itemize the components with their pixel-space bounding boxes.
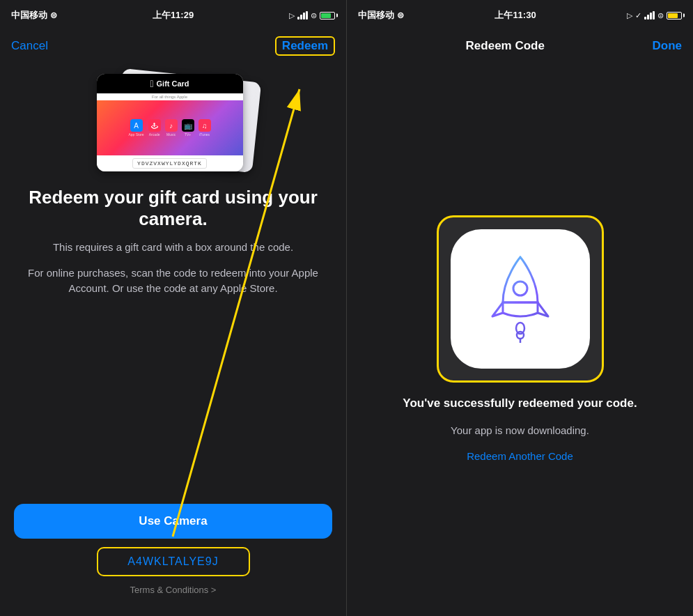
redeem-another-link[interactable]: Redeem Another Code bbox=[467, 450, 573, 462]
right-battery-icon bbox=[667, 12, 682, 20]
signal-bars-icon bbox=[297, 11, 308, 20]
main-content-left: Redeem your gift card using your camera.… bbox=[0, 180, 346, 504]
desc2: For online purchases, scan the code to r… bbox=[21, 265, 325, 297]
code-input-box[interactable]: A4WKLTALYE9J bbox=[97, 547, 250, 576]
right-signal-bars-icon bbox=[644, 11, 655, 20]
itunes-icon-item: ♫ iTunes bbox=[198, 119, 211, 137]
right-time-text: 上午11:30 bbox=[495, 10, 536, 20]
svg-point-4 bbox=[517, 332, 524, 339]
desc1: This requires a gift card with a box aro… bbox=[53, 240, 293, 256]
carrier-text: 中国移动 bbox=[11, 9, 47, 22]
svg-point-2 bbox=[513, 282, 527, 295]
gift-card-area:  Gift Card For all things Apple A App S… bbox=[0, 61, 346, 180]
appletv-icon: 📺 bbox=[182, 119, 194, 132]
cancel-button[interactable]: Cancel bbox=[11, 39, 48, 53]
downloading-text: Your app is now downloading. bbox=[451, 424, 589, 436]
arcade-label: Arcade bbox=[149, 132, 160, 137]
appstore-icon: A bbox=[130, 119, 143, 132]
right-nav-bar: Redeem Code Done bbox=[347, 31, 693, 61]
right-status-carrier: 中国移动 ⊜ bbox=[358, 9, 404, 22]
main-heading: Redeem your gift card using your camera. bbox=[21, 187, 325, 230]
left-time-text: 上午11:29 bbox=[153, 10, 194, 20]
right-location-icon: ▷ bbox=[627, 11, 632, 20]
music-label: Music bbox=[166, 132, 176, 137]
gift-card-title: Gift Card bbox=[157, 79, 189, 88]
gift-card-code: YDVZVXWYLYDXQRTK bbox=[132, 158, 207, 169]
right-status-bar: 中国移动 ⊜ 上午11:30 ▷ ✓ ⊜ bbox=[347, 0, 693, 31]
gift-card-middle: A App Store 🕹 Arcade ♪ Music 📺 bbox=[97, 100, 243, 155]
gift-card-header:  Gift Card bbox=[97, 74, 243, 93]
right-check-icon: ✓ bbox=[635, 11, 641, 20]
right-status-right: ▷ ✓ ⊜ bbox=[627, 11, 682, 20]
arcade-icon-item: 🕹 Arcade bbox=[148, 119, 161, 137]
right-status-time: 上午11:30 bbox=[495, 9, 536, 22]
bottom-section: Use Camera A4WKLTALYE9J Terms & Conditio… bbox=[0, 504, 346, 616]
left-status-carrier: 中国移动 ⊜ bbox=[11, 9, 57, 22]
right-wifi-signal-icon: ⊜ bbox=[657, 11, 664, 20]
music-icon-item: ♪ Music bbox=[165, 119, 178, 137]
wifi-icon: ⊜ bbox=[50, 10, 57, 20]
gift-card-tagline: For all things Apple bbox=[97, 93, 243, 100]
right-nav-title: Redeem Code bbox=[466, 39, 545, 53]
location-icon: ▷ bbox=[289, 11, 295, 20]
arcade-icon: 🕹 bbox=[148, 119, 161, 132]
right-panel: 中国移动 ⊜ 上午11:30 ▷ ✓ ⊜ Redeem Code Done bbox=[346, 0, 693, 616]
use-camera-label: Use Camera bbox=[139, 514, 207, 528]
wifi-signal-icon: ⊜ bbox=[311, 11, 317, 20]
rocket-icon bbox=[478, 250, 562, 348]
appletv-label: TV+ bbox=[185, 132, 191, 137]
battery-icon bbox=[320, 12, 335, 20]
terms-conditions-link[interactable]: Terms & Conditions > bbox=[130, 585, 217, 595]
success-text: You've successfully redeemed your code. bbox=[403, 396, 637, 410]
itunes-icon: ♫ bbox=[198, 119, 211, 132]
appstore-label: App Store bbox=[128, 132, 143, 137]
gift-card-icons: A App Store 🕹 Arcade ♪ Music 📺 bbox=[128, 119, 210, 137]
right-wifi-icon: ⊜ bbox=[397, 10, 404, 20]
music-icon: ♪ bbox=[165, 119, 178, 132]
right-battery-fill bbox=[668, 13, 678, 18]
gift-card-stack:  Gift Card For all things Apple A App S… bbox=[90, 68, 257, 180]
code-input-value: A4WKLTALYE9J bbox=[127, 555, 218, 568]
app-icon-inner bbox=[451, 229, 590, 369]
right-carrier-text: 中国移动 bbox=[358, 9, 394, 22]
gift-card-main:  Gift Card For all things Apple A App S… bbox=[97, 74, 243, 171]
left-status-bar: 中国移动 ⊜ 上午11:29 ▷ ⊜ bbox=[0, 0, 346, 31]
itunes-label: iTunes bbox=[199, 132, 210, 137]
gift-card-bottom: YDVZVXWYLYDXQRTK bbox=[97, 155, 243, 171]
appletv-icon-item: 📺 TV+ bbox=[182, 119, 194, 137]
left-status-time: 上午11:29 bbox=[153, 9, 194, 22]
done-button[interactable]: Done bbox=[653, 39, 683, 53]
apple-logo-icon:  bbox=[150, 78, 153, 89]
left-status-right: ▷ ⊜ bbox=[289, 11, 335, 20]
left-panel: 中国移动 ⊜ 上午11:29 ▷ ⊜ Cancel Redeem bbox=[0, 0, 346, 616]
appstore-icon-item: A App Store bbox=[128, 119, 143, 137]
app-icon-container bbox=[437, 215, 604, 383]
use-camera-button[interactable]: Use Camera bbox=[14, 504, 332, 539]
battery-fill bbox=[321, 13, 331, 18]
redeem-button[interactable]: Redeem bbox=[275, 36, 335, 56]
right-main-content: You've successfully redeemed your code. … bbox=[389, 61, 651, 616]
left-nav-bar: Cancel Redeem bbox=[0, 31, 346, 61]
